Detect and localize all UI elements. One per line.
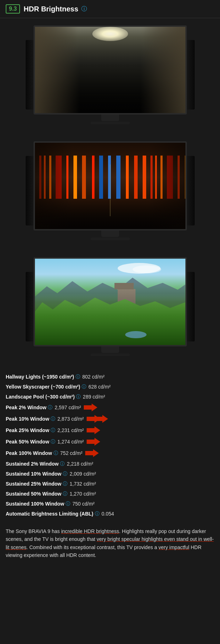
tv-left-panel <box>26 40 34 110</box>
spec-row-sustained25: Sustained 25% Window ⓘ 1,732 cd/m² <box>6 479 214 489</box>
spec-row-sustained10: Sustained 10% Window ⓘ 2,009 cd/m² <box>6 469 214 479</box>
tv-right-panel-city <box>187 156 195 225</box>
arrow-double-icon-peak10 <box>87 415 108 423</box>
tv-left-panel-city <box>26 156 34 225</box>
spec-value-landscape-pool: 289 cd/m² <box>83 394 105 400</box>
spec-help-hallway[interactable]: ⓘ <box>76 374 80 380</box>
spec-row-hallway: Hallway Lights (~1950 cd/m²) ⓘ 802 cd/m² <box>6 372 214 382</box>
spec-help-landscape-pool[interactable]: ⓘ <box>76 394 81 400</box>
desc-part3: . Combined with its exceptional contrast… <box>26 544 158 550</box>
spec-arrow-peak10 <box>87 415 108 423</box>
tv-left-panel-landscape <box>26 272 34 341</box>
arrow-icon-peak100 <box>85 449 99 457</box>
tv-image-city-section <box>0 134 220 250</box>
spec-value-peak2: 2,597 cd/m² <box>55 405 81 410</box>
tv-base-city <box>91 238 130 240</box>
spec-value-peak25: 2,231 cd/m² <box>57 427 84 433</box>
spec-help-peak2[interactable]: ⓘ <box>48 404 52 411</box>
desc-part1: The Sony BRAVIA 9 has <box>6 528 61 534</box>
tv-display-landscape <box>0 253 220 360</box>
tv-display-city <box>0 137 220 244</box>
tv-stand-city <box>101 230 119 237</box>
svg-marker-5 <box>85 449 99 457</box>
spec-value-peak100: 752 cd/m² <box>60 450 82 456</box>
spec-row-landscape-pool: Landscape Pool (~300 cd/m²) ⓘ 289 cd/m² <box>6 392 214 402</box>
arrow-icon-peak50 <box>87 438 100 446</box>
tv-image-hallway-section <box>0 18 220 134</box>
spec-row-skyscraper: Yellow Skyscraper (~700 cd/m²) ⓘ 628 cd/… <box>6 382 214 392</box>
spec-label-peak2: Peak 2% Window <box>6 405 46 410</box>
spec-row-peak25: Peak 25% Window ⓘ 2,231 cd/m² <box>6 425 214 436</box>
spec-label-peak100: Peak 100% Window <box>6 450 52 456</box>
spec-label-sustained100: Sustained 100% Window <box>6 501 64 507</box>
spec-label-sustained10: Sustained 10% Window <box>6 471 61 477</box>
spec-help-sustained50[interactable]: ⓘ <box>63 491 67 497</box>
spec-label-sustained25: Sustained 25% Window <box>6 481 61 487</box>
tv-base-hallway <box>91 122 130 124</box>
spec-arrow-peak50 <box>87 438 100 446</box>
header-help-icon[interactable]: ⓘ <box>81 5 87 13</box>
spec-label-skyscraper: Yellow Skyscraper (~700 cd/m²) <box>6 384 80 390</box>
description-text: The Sony BRAVIA 9 has incredible HDR bri… <box>6 527 214 559</box>
tv-right-panel <box>187 40 195 110</box>
spec-help-peak25[interactable]: ⓘ <box>51 427 55 433</box>
page-header: 9.3 HDR Brightness ⓘ <box>0 0 220 18</box>
spec-value-hallway: 802 cd/m² <box>82 374 104 380</box>
spec-value-sustained2: 2,218 cd/m² <box>67 461 93 467</box>
arrow-icon-peak2 <box>84 404 97 411</box>
spec-arrow-peak2 <box>84 404 97 411</box>
desc-underline-incredible: incredible HDR brightness <box>61 528 119 534</box>
arrow-icon-peak25 <box>87 426 100 434</box>
desc-underline-impactful: very impactful <box>159 544 189 550</box>
spec-label-abl: Automatic Brightness Limiting (ABL) <box>6 511 93 517</box>
spec-help-sustained2[interactable]: ⓘ <box>60 461 65 467</box>
tv-screen-landscape <box>34 257 187 346</box>
spec-label-hallway: Hallway Lights (~1950 cd/m²) <box>6 374 74 380</box>
spec-value-abl: 0.054 <box>102 511 114 517</box>
spec-label-peak10: Peak 10% Window <box>6 416 49 422</box>
spec-value-sustained10: 2,009 cd/m² <box>70 471 96 477</box>
page-title: HDR Brightness <box>24 5 78 13</box>
spec-label-sustained2: Sustained 2% Window <box>6 461 58 467</box>
spec-row-peak10: Peak 10% Window ⓘ 2,873 cd/m² <box>6 413 214 425</box>
spec-value-sustained100: 750 cd/m² <box>72 501 94 507</box>
spec-value-skyscraper: 628 cd/m² <box>88 384 111 390</box>
spec-help-skyscraper[interactable]: ⓘ <box>82 384 86 390</box>
svg-marker-0 <box>84 404 97 411</box>
spec-label-sustained50: Sustained 50% Window <box>6 491 61 497</box>
spec-label-landscape-pool: Landscape Pool (~300 cd/m²) <box>6 394 75 400</box>
score-badge: 9.3 <box>6 4 20 14</box>
tv-stand-landscape <box>101 346 119 353</box>
tv-right-panel-landscape <box>187 272 195 341</box>
spec-help-sustained10[interactable]: ⓘ <box>63 471 67 477</box>
tv-screen-hallway <box>34 25 187 115</box>
spec-help-peak10[interactable]: ⓘ <box>51 416 55 422</box>
spec-label-peak50: Peak 50% Window <box>6 439 49 445</box>
spec-value-peak10: 2,873 cd/m² <box>57 416 84 422</box>
spec-arrow-peak25 <box>87 426 100 434</box>
spec-help-abl[interactable]: ⓘ <box>95 511 99 517</box>
spec-row-sustained2: Sustained 2% Window ⓘ 2,218 cd/m² <box>6 459 214 469</box>
spec-help-sustained25[interactable]: ⓘ <box>63 481 67 487</box>
spec-arrow-peak100 <box>85 449 99 457</box>
svg-marker-2 <box>94 415 108 423</box>
tv-image-landscape-section <box>0 250 220 366</box>
spec-row-sustained100: Sustained 100% Window ⓘ 750 cd/m² <box>6 499 214 509</box>
spec-row-peak100: Peak 100% Window ⓘ 752 cd/m² <box>6 447 214 459</box>
spec-value-peak50: 1,274 cd/m² <box>57 439 84 445</box>
spec-row-peak2: Peak 2% Window ⓘ 2,597 cd/m² <box>6 402 214 413</box>
spec-help-sustained100[interactable]: ⓘ <box>66 501 70 507</box>
spec-value-sustained25: 1,732 cd/m² <box>70 481 96 487</box>
svg-marker-4 <box>87 438 100 446</box>
spec-row-peak50: Peak 50% Window ⓘ 1,274 cd/m² <box>6 436 214 447</box>
description-section: The Sony BRAVIA 9 has incredible HDR bri… <box>0 522 220 567</box>
spec-value-sustained50: 1,270 cd/m² <box>70 491 96 497</box>
spec-row-abl: Automatic Brightness Limiting (ABL) ⓘ 0.… <box>6 509 214 519</box>
specs-section: Hallway Lights (~1950 cd/m²) ⓘ 802 cd/m²… <box>0 366 220 522</box>
svg-marker-3 <box>87 426 100 434</box>
tv-stand-hallway <box>101 115 119 121</box>
spec-help-peak100[interactable]: ⓘ <box>53 450 58 456</box>
spec-help-peak50[interactable]: ⓘ <box>51 438 55 445</box>
spec-label-peak25: Peak 25% Window <box>6 427 49 433</box>
spec-row-sustained50: Sustained 50% Window ⓘ 1,270 cd/m² <box>6 489 214 499</box>
